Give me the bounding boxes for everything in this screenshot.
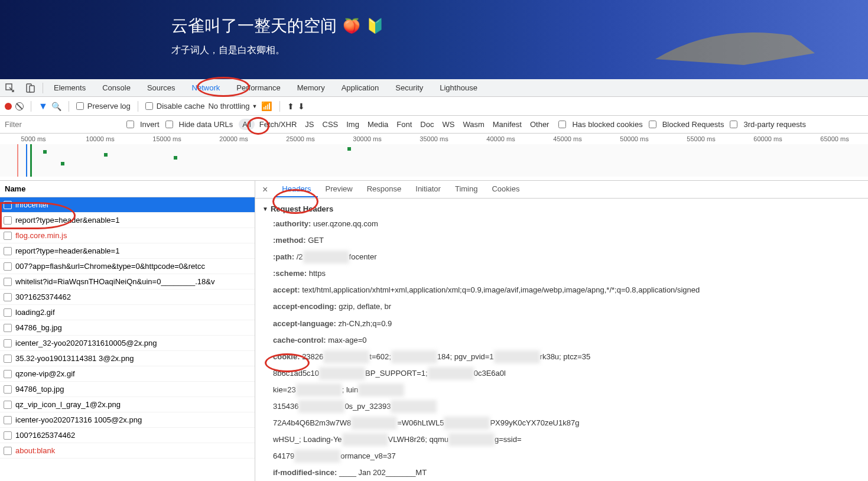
header-value: ____ Jan 202_______MT: [339, 468, 427, 477]
tab-security[interactable]: Security: [387, 80, 431, 96]
request-row[interactable]: report?type=header&enable=1: [0, 243, 255, 259]
upload-har-icon[interactable]: ⬆: [287, 102, 294, 111]
preserve-log-label: Preserve log: [87, 102, 131, 110]
list-header-name[interactable]: Name: [0, 181, 255, 197]
timeline-tick: 50000 ms: [601, 135, 668, 142]
detail-tab-timing[interactable]: Timing: [448, 181, 485, 197]
filter-input[interactable]: [2, 118, 121, 132]
disable-cache-checkbox[interactable]: [145, 102, 153, 110]
request-row[interactable]: 94786_top.jpg: [0, 382, 255, 397]
request-list[interactable]: Name infocenterreport?type=header&enable…: [0, 181, 255, 481]
inspect-icon[interactable]: [0, 83, 20, 93]
record-button[interactable]: [5, 103, 12, 110]
file-icon: [4, 385, 12, 394]
request-row[interactable]: infocenter: [0, 197, 255, 213]
request-row[interactable]: qzone-vip@2x.gif: [0, 366, 255, 382]
timeline-tick: 60000 ms: [734, 135, 801, 142]
header-row: accept: text/html,application/xhtml+xml,…: [262, 282, 861, 298]
file-icon: [4, 431, 12, 440]
request-row[interactable]: 35.32-yoo19013114381 3@2x.png: [0, 351, 255, 366]
request-name: report?type=header&enable=1: [15, 216, 119, 225]
file-icon: [4, 401, 12, 409]
detail-tab-headers[interactable]: Headers: [275, 181, 318, 197]
filter-toggle-icon[interactable]: ▼: [38, 101, 48, 112]
third-party-checkbox[interactable]: [730, 121, 737, 128]
request-row[interactable]: icenter-yoo202071316 1005@2x.png: [0, 412, 255, 428]
timeline-overview[interactable]: 5000 ms10000 ms15000 ms20000 ms25000 ms3…: [0, 134, 868, 181]
request-row[interactable]: 30?1625374462: [0, 290, 255, 305]
filter-type-other[interactable]: Other: [526, 119, 553, 130]
headers-body[interactable]: ▼ Request Headers :authority: user.qzone…: [255, 199, 868, 481]
header-key: :authority:: [273, 219, 313, 228]
file-icon: [4, 216, 12, 225]
timeline-mark: [43, 150, 47, 154]
timeline-waterfall: [0, 144, 868, 177]
tab-performance[interactable]: Performance: [228, 80, 288, 96]
request-headers-section[interactable]: ▼ Request Headers: [262, 204, 861, 213]
header-value: wHSU_; Loading-YexxxxxxxxxxxxVLWH8r26; q…: [273, 435, 522, 444]
search-icon[interactable]: 🔍: [51, 102, 61, 111]
request-row[interactable]: qz_vip_icon_l_gray_1@2x.png: [0, 397, 255, 412]
tab-application[interactable]: Application: [333, 80, 388, 96]
filter-type-wasm[interactable]: Wasm: [459, 119, 487, 130]
preserve-log-checkbox[interactable]: [76, 102, 84, 110]
filter-type-fetch-xhr[interactable]: Fetch/XHR: [256, 119, 301, 130]
tab-network[interactable]: Network: [184, 80, 229, 96]
timeline-tick: 45000 ms: [534, 135, 601, 142]
timeline-mark: [104, 153, 108, 157]
header-value: text/html,application/xhtml+xml,applicat…: [302, 285, 700, 294]
filter-type-css[interactable]: CSS: [319, 119, 342, 130]
request-name: qzone-vip@2x.gif: [15, 369, 75, 378]
filter-type-js[interactable]: JS: [301, 119, 317, 130]
tab-memory[interactable]: Memory: [289, 80, 333, 96]
tab-elements[interactable]: Elements: [45, 80, 94, 96]
request-name: whitelist?id=RiaWqsnTHOaqiNeiQn&uin=0___…: [15, 277, 214, 286]
request-row[interactable]: 007?app=flash&url=Chrome&type=0&httpcode…: [0, 259, 255, 274]
header-row: accept-language: zh-CN,zh;q=0.9: [262, 316, 861, 332]
tab-console[interactable]: Console: [94, 80, 139, 96]
blocked-requests-checkbox[interactable]: [649, 121, 656, 128]
detail-tab-preview[interactable]: Preview: [318, 181, 359, 197]
request-name: report?type=header&enable=1: [15, 246, 119, 255]
filter-type-all[interactable]: All: [239, 119, 254, 130]
header-row: :method: GET: [262, 232, 861, 249]
filter-type-doc[interactable]: Doc: [417, 119, 437, 130]
filter-type-img[interactable]: Img: [343, 119, 363, 130]
download-har-icon[interactable]: ⬇: [298, 102, 305, 111]
request-name: flog.core.min.js: [15, 231, 67, 240]
timeline-labels: 5000 ms10000 ms15000 ms20000 ms25000 ms3…: [0, 134, 868, 144]
tab-lighthouse[interactable]: Lighthouse: [431, 80, 486, 96]
detail-tab-initiator[interactable]: Initiator: [408, 181, 448, 197]
request-row[interactable]: flog.core.min.js: [0, 228, 255, 243]
header-key: cookie:: [273, 352, 302, 361]
invert-checkbox[interactable]: [126, 121, 134, 128]
request-row[interactable]: about:blank: [0, 443, 255, 459]
request-row[interactable]: icenter_32-yoo20207131610005@2x.png: [0, 336, 255, 351]
close-detail-button[interactable]: ×: [258, 184, 272, 195]
collapse-triangle-icon[interactable]: ▼: [262, 206, 268, 212]
detail-tab-cookies[interactable]: Cookies: [485, 181, 526, 197]
filter-type-font[interactable]: Font: [393, 119, 415, 130]
request-row[interactable]: report?type=header&enable=1: [0, 213, 255, 228]
detail-tab-response[interactable]: Response: [360, 181, 409, 197]
file-icon: [4, 232, 12, 240]
request-row[interactable]: 94786_bg.jpg: [0, 320, 255, 336]
throttling-select[interactable]: No throttling ▼: [208, 102, 257, 110]
file-icon: [4, 201, 12, 209]
separator: [279, 101, 280, 112]
has-blocked-cookies-checkbox[interactable]: [558, 121, 566, 128]
request-row[interactable]: whitelist?id=RiaWqsnTHOaqiNeiQn&uin=0___…: [0, 274, 255, 290]
tab-sources[interactable]: Sources: [139, 80, 184, 96]
request-row[interactable]: 100?1625374462: [0, 428, 255, 443]
network-conditions-icon[interactable]: 📶: [261, 101, 272, 112]
filter-type-ws[interactable]: WS: [438, 119, 458, 130]
clear-button[interactable]: [15, 102, 24, 110]
request-row[interactable]: loading2.gif: [0, 305, 255, 320]
header-row: if-modified-since: ____ Jan 202_______MT: [262, 464, 861, 481]
devtools-tabs: ElementsConsoleSourcesNetworkPerformance…: [0, 79, 868, 97]
device-toggle-icon[interactable]: [20, 83, 40, 93]
filter-type-media[interactable]: Media: [364, 119, 392, 130]
timeline-mark: [174, 156, 177, 160]
hide-data-urls-checkbox[interactable]: [165, 121, 173, 128]
filter-type-manifest[interactable]: Manifest: [489, 119, 525, 130]
